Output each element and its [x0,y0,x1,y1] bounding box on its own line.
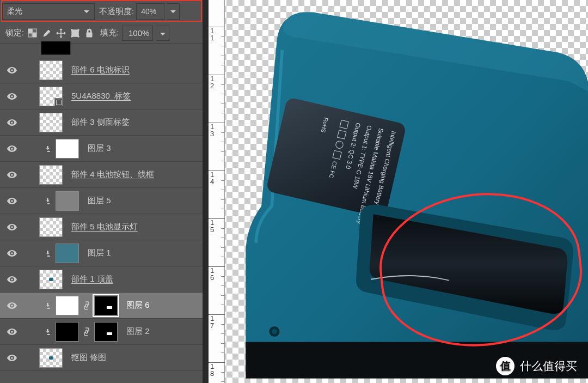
layers-panel: 柔光 不透明度: 40% 锁定: [0,0,203,383]
layer-row[interactable]: 图层 3 [0,136,203,162]
layer-name[interactable]: 部件 3 侧面标签 [71,117,130,127]
visibility-eye-icon[interactable] [4,324,20,339]
ruler-tick: 13 [209,123,225,137]
chevron-down-icon [83,8,90,15]
layer-row[interactable]: 5U4A8830_标签 [0,83,203,110]
layer-name[interactable]: 图层 5 [88,196,111,206]
visibility-eye-icon[interactable] [4,246,20,261]
svg-point-18 [11,357,13,359]
opacity-dropdown[interactable] [167,3,180,20]
opacity-input[interactable]: 40% [136,3,164,20]
watermark-text: 什么值得买 [520,358,577,374]
lock-all-icon[interactable] [84,28,95,39]
lock-artboard-icon[interactable] [70,28,81,39]
layer-row[interactable]: 部件 6 电池标识 [0,57,203,83]
layer-thumbnail[interactable] [39,217,63,237]
blend-mode-select[interactable]: 柔光 [2,3,95,20]
visibility-eye-icon[interactable] [4,350,20,366]
layer-thumbnail[interactable] [56,244,79,263]
layer-name[interactable]: 部件 4 电池按钮、线框 [71,169,154,180]
svg-rect-3 [33,33,36,37]
svg-point-9 [11,174,13,176]
svg-point-6 [11,95,13,98]
layer-row[interactable]: 抠图 修图 [0,345,203,371]
visibility-eye-icon[interactable] [4,220,20,235]
layer-thumbnail[interactable] [39,60,63,80]
layer-thumbnail[interactable] [56,296,79,315]
svg-point-16 [11,331,13,333]
layer-name[interactable]: 部件 5 电池显示灯 [71,222,138,232]
layer-row[interactable]: 图层 2 [0,319,203,345]
link-icon[interactable] [82,300,91,311]
fill-dropdown[interactable] [156,26,169,41]
panel-gutter [203,0,209,383]
visibility-eye-icon[interactable] [4,115,20,130]
fill-label: 填充: [100,28,119,38]
layer-name[interactable]: 部件 6 电池标识 [71,65,130,75]
svg-point-31 [272,329,277,335]
svg-point-5 [11,69,13,71]
visibility-eye-icon[interactable] [4,63,20,78]
layer-mask-thumbnail[interactable] [94,322,118,342]
opacity-label: 不透明度: [99,7,134,17]
layer-thumbnail[interactable] [56,139,79,159]
svg-point-10 [11,200,13,202]
layer-row[interactable]: 部件 3 侧面标签 [0,110,203,136]
layer-mask-thumbnail[interactable] [94,296,118,315]
clip-arrow-icon [45,145,52,153]
lock-move-icon[interactable] [56,28,66,39]
svg-point-8 [11,148,13,150]
layer-name[interactable]: 图层 3 [88,143,111,154]
visibility-eye-icon[interactable] [4,298,20,313]
layer-row[interactable]: 图层 6 [0,293,203,319]
layer-name[interactable]: 图层 6 [126,300,150,311]
ruler-tick: 12 [209,75,225,89]
ruler-tick: 16 [209,266,225,281]
svg-rect-15 [86,304,88,307]
visibility-eye-icon[interactable] [4,272,20,287]
layer-thumbnail[interactable] [39,348,63,368]
layer-thumbnail[interactable] [56,322,79,342]
visibility-eye-icon[interactable] [4,193,20,209]
watermark-badge: 值 [496,357,514,375]
layer-name[interactable]: 部件 1 顶盖 [71,274,113,284]
visibility-eye-icon[interactable] [4,167,20,183]
ruler-tick: 15 [209,218,225,233]
document-canvas[interactable]: 1112131415161718 [209,0,588,383]
layer-name[interactable]: 图层 1 [88,248,111,258]
vertical-ruler: 1112131415161718 [209,0,225,383]
layer-name[interactable]: 5U4A8830_标签 [71,91,131,101]
opacity-value: 40% [137,7,164,16]
layer-name[interactable]: 抠图 修图 [71,352,106,363]
layer-thumbnail[interactable] [39,87,63,106]
layer-row[interactable]: 图层 1 [0,240,203,266]
svg-rect-0 [28,29,32,33]
visibility-eye-icon[interactable] [4,141,20,156]
blend-mode-value: 柔光 [7,7,22,16]
visibility-eye-icon[interactable] [4,89,20,104]
layer-row[interactable]: 部件 1 顶盖 [0,266,203,293]
fill-input[interactable]: 100% [122,26,153,41]
lock-transparency-icon[interactable] [27,28,38,39]
ruler-tick: 18 [209,362,225,377]
svg-point-12 [11,252,13,254]
svg-point-7 [11,121,13,124]
layer-thumbnail[interactable] [56,191,79,211]
layer-thumbnail[interactable] [39,113,63,132]
layer-row[interactable]: 部件 5 电池显示灯 [0,214,203,240]
svg-rect-2 [28,33,32,37]
layer-row[interactable]: 图层 5 [0,188,203,214]
layer-row[interactable]: 部件 4 电池按钮、线框 [0,162,203,188]
clip-arrow-icon [45,250,52,257]
svg-point-13 [11,278,13,281]
link-icon[interactable] [82,326,91,337]
layer-thumbnail[interactable] [39,270,63,289]
group-collapsed-tail [0,44,203,57]
ruler-tick: 14 [209,171,225,185]
svg-point-14 [11,305,13,307]
clip-arrow-icon [45,302,52,309]
ruler-tick: 17 [209,314,225,329]
lock-brush-icon[interactable] [41,28,52,39]
layer-name[interactable]: 图层 2 [126,326,150,337]
layer-thumbnail[interactable] [39,165,63,185]
